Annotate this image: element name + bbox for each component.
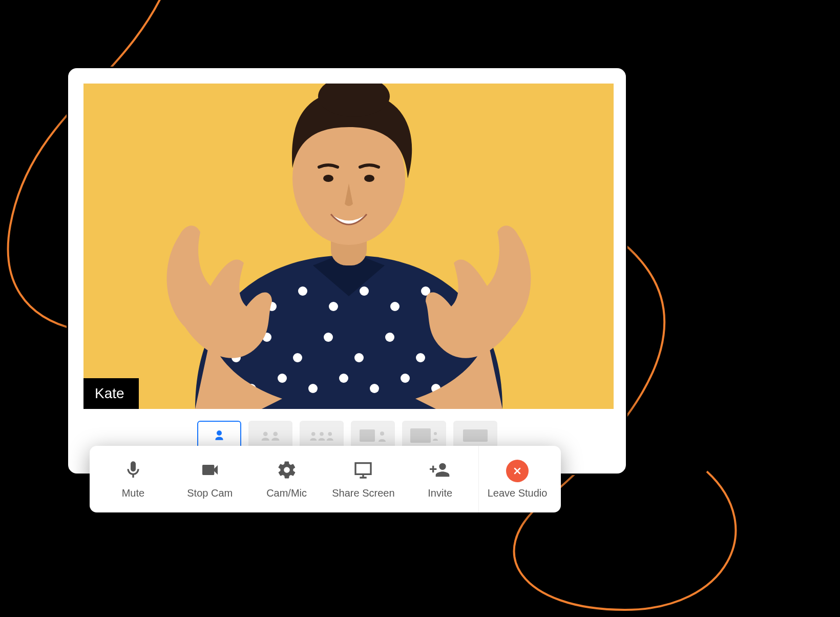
svg-point-18 <box>329 302 338 311</box>
svg-point-19 <box>360 286 369 296</box>
stop-cam-label: Stop Cam <box>187 487 233 499</box>
svg-point-25 <box>323 175 333 182</box>
mute-button[interactable]: Mute <box>95 446 172 512</box>
svg-point-10 <box>308 384 318 393</box>
cam-mic-settings-button[interactable]: Cam/Mic <box>248 446 325 512</box>
svg-point-2 <box>293 353 302 362</box>
svg-point-31 <box>328 432 332 436</box>
leave-studio-button[interactable]: Leave Studio <box>478 446 556 512</box>
stop-cam-button[interactable]: Stop Cam <box>172 446 248 512</box>
participant-name-badge: Kate <box>83 378 139 409</box>
svg-point-17 <box>298 286 307 296</box>
svg-point-5 <box>385 333 394 342</box>
invite-label: Invite <box>428 487 452 499</box>
mute-label: Mute <box>122 487 144 499</box>
svg-rect-34 <box>410 428 431 443</box>
cam-mic-label: Cam/Mic <box>266 487 307 499</box>
svg-point-20 <box>390 302 400 311</box>
svg-point-35 <box>434 432 437 435</box>
participant-video <box>118 84 579 409</box>
svg-point-3 <box>324 333 333 342</box>
share-screen-label: Share Screen <box>332 487 394 499</box>
svg-point-12 <box>370 384 379 393</box>
svg-point-26 <box>364 175 374 182</box>
control-toolbar: Mute Stop Cam Cam/Mic Share Screen Invit… <box>90 446 561 512</box>
svg-rect-36 <box>463 429 488 442</box>
svg-rect-32 <box>360 429 375 442</box>
mic-icon <box>123 460 143 482</box>
share-screen-button[interactable]: Share Screen <box>325 446 402 512</box>
camera-icon <box>200 460 220 482</box>
svg-point-11 <box>339 374 348 383</box>
svg-point-9 <box>278 374 287 383</box>
monitor-icon <box>353 460 373 482</box>
studio-window: Kate <box>67 67 627 475</box>
leave-studio-label: Leave Studio <box>488 487 548 499</box>
svg-point-30 <box>320 432 324 436</box>
svg-point-33 <box>380 431 384 436</box>
svg-point-6 <box>416 353 425 362</box>
svg-point-29 <box>311 432 315 436</box>
invite-button[interactable]: Invite <box>402 446 478 512</box>
close-icon <box>506 460 529 482</box>
svg-point-13 <box>401 374 410 383</box>
svg-point-28 <box>273 431 278 436</box>
gear-icon <box>277 460 297 482</box>
participant-name: Kate <box>95 385 124 401</box>
add-user-icon <box>430 460 450 482</box>
svg-point-27 <box>263 431 267 436</box>
video-frame: Kate <box>83 84 614 409</box>
svg-point-4 <box>354 353 364 362</box>
